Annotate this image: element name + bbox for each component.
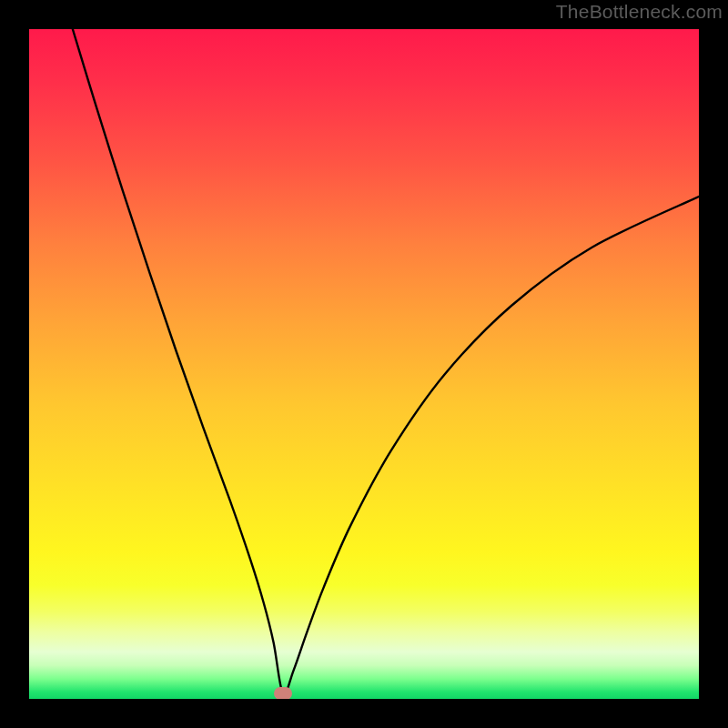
plot-area <box>29 29 699 699</box>
bottleneck-curve <box>29 29 699 699</box>
optimum-marker <box>274 687 292 699</box>
chart-frame: TheBottleneck.com <box>0 0 728 728</box>
watermark-text: TheBottleneck.com <box>556 1 723 23</box>
